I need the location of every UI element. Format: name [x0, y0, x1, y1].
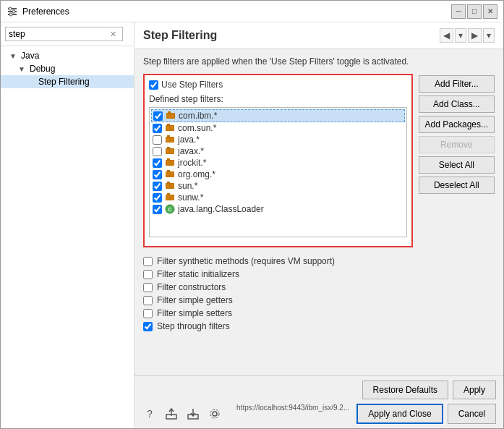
class-icon: C — [165, 204, 175, 214]
help-button[interactable]: ? — [142, 406, 158, 422]
filter-item-com-ibm[interactable]: com.ibm.* — [151, 109, 405, 122]
maximize-button[interactable]: □ — [467, 4, 482, 19]
option-row-static: Filter static initializers — [143, 268, 495, 281]
restore-defaults-button[interactable]: Restore Defaults — [362, 381, 448, 399]
panel-body: Step filters are applied when the 'Use S… — [134, 49, 503, 375]
apply-button[interactable]: Apply — [453, 381, 496, 399]
filter-checkbox-javax[interactable] — [153, 147, 162, 156]
filter-synthetic-label[interactable]: Filter synthetic methods (requires VM su… — [157, 256, 335, 266]
filter-checkbox-jrockit[interactable] — [153, 158, 162, 168]
filter-text-javax: javax.* — [178, 146, 204, 156]
filters-container: Use Step Filters Defined step filters: — [143, 74, 495, 247]
import-button[interactable] — [185, 406, 201, 422]
filter-item-sunw[interactable]: sunw.* — [151, 192, 405, 203]
svg-rect-27 — [167, 170, 170, 172]
tree-view: ▼ Java ▼ Debug Step Filtering — [1, 46, 134, 428]
deselect-all-button[interactable]: Deselect All — [419, 177, 495, 194]
title-bar-controls: ─ □ ✕ — [451, 4, 497, 19]
defined-label: Defined step filters: — [149, 94, 407, 104]
add-packages-button[interactable]: Add Packages... — [419, 116, 495, 133]
sidebar: ✕ ▼ Java ▼ Debug Step Filtering — [1, 22, 134, 428]
expand-icon: ▼ — [9, 52, 18, 60]
close-button[interactable]: ✕ — [483, 4, 497, 19]
add-class-button[interactable]: Add Class... — [419, 95, 495, 113]
svg-rect-23 — [167, 158, 170, 161]
package-icon — [165, 146, 175, 156]
filter-item-org-omg[interactable]: org.omg.* — [151, 169, 405, 180]
filter-text-com-ibm: com.ibm.* — [179, 111, 217, 121]
filter-checkbox-org-omg[interactable] — [153, 170, 162, 179]
filter-text-sunw: sunw.* — [178, 192, 203, 203]
filter-checkbox-com-sun[interactable] — [153, 124, 162, 133]
filter-setters-label[interactable]: Filter simple setters — [157, 308, 232, 318]
filter-item-com-sun[interactable]: com.sun.* — [151, 122, 405, 134]
filter-item-jrockit[interactable]: jrockit.* — [151, 157, 405, 169]
export-button[interactable] — [163, 406, 179, 422]
cancel-button[interactable]: Cancel — [448, 404, 496, 424]
forward-button[interactable]: ▶ — [468, 28, 482, 43]
filter-item-classloader[interactable]: C java.lang.ClassLoader — [151, 203, 405, 215]
filter-getters-label[interactable]: Filter simple getters — [157, 295, 233, 305]
filter-synthetic-checkbox[interactable] — [143, 257, 153, 266]
expand-icon: ▼ — [18, 65, 27, 73]
settings-button[interactable] — [207, 406, 223, 422]
add-filter-button[interactable]: Add Filter... — [419, 75, 495, 93]
filter-list: com.ibm.* — [149, 107, 407, 237]
bottom-bar: Restore Defaults Apply ? — [134, 375, 503, 428]
filter-static-label[interactable]: Filter static initializers — [157, 269, 239, 279]
search-input[interactable] — [5, 27, 123, 41]
package-icon — [165, 135, 175, 145]
bottom-row-1: Restore Defaults Apply — [142, 381, 496, 399]
filter-static-checkbox[interactable] — [143, 270, 153, 279]
filter-constructors-checkbox[interactable] — [143, 283, 153, 292]
package-icon — [165, 181, 175, 191]
forward-dropdown-button[interactable]: ▾ — [483, 28, 495, 43]
option-row-setters: Filter simple setters — [143, 307, 495, 320]
use-step-filters-label[interactable]: Use Step Filters — [161, 80, 223, 90]
package-icon — [165, 169, 175, 179]
minimize-button[interactable]: ─ — [451, 4, 466, 19]
svg-rect-19 — [167, 147, 170, 149]
title-bar-left: Preferences — [7, 6, 69, 17]
back-button[interactable]: ◀ — [440, 28, 453, 43]
svg-rect-31 — [167, 182, 170, 184]
sidebar-item-label: Step Filtering — [38, 77, 90, 87]
search-clear-icon[interactable]: ✕ — [110, 30, 116, 39]
filter-item-sun[interactable]: sun.* — [151, 180, 405, 192]
svg-rect-15 — [167, 135, 170, 137]
filter-checkbox-java[interactable] — [153, 135, 162, 145]
filter-constructors-label[interactable]: Filter constructors — [157, 282, 226, 292]
apply-and-close-button[interactable]: Apply and Close — [356, 404, 443, 424]
filter-checkbox-classloader[interactable] — [153, 205, 162, 214]
svg-point-5 — [9, 13, 12, 16]
settings-icon — [208, 407, 221, 420]
filter-text-sun: sun.* — [178, 181, 197, 191]
back-dropdown-button[interactable]: ▾ — [455, 28, 466, 43]
sidebar-item-step-filtering[interactable]: Step Filtering — [1, 75, 134, 88]
step-through-checkbox[interactable] — [143, 322, 153, 331]
option-row-synthetic: Filter synthetic methods (requires VM su… — [143, 255, 495, 268]
filter-text-org-omg: org.omg.* — [178, 169, 215, 179]
use-step-filters-checkbox[interactable] — [149, 80, 158, 90]
preferences-icon — [7, 6, 18, 17]
svg-rect-35 — [167, 193, 170, 195]
panel-header: Step Filtering ◀ ▾ ▶ ▾ — [134, 22, 503, 49]
filter-getters-checkbox[interactable] — [143, 296, 153, 305]
export-icon — [165, 407, 178, 420]
filter-checkbox-sunw[interactable] — [153, 193, 162, 203]
filter-checkbox-com-ibm[interactable] — [153, 111, 163, 121]
filter-checkbox-sun[interactable] — [153, 182, 162, 191]
step-through-label[interactable]: Step through filters — [157, 321, 230, 331]
filter-item-java[interactable]: java.* — [151, 134, 405, 145]
select-all-button[interactable]: Select All — [419, 156, 495, 174]
filter-item-javax[interactable]: javax.* — [151, 145, 405, 157]
filter-setters-checkbox[interactable] — [143, 309, 153, 318]
remove-button[interactable]: Remove — [419, 136, 495, 153]
option-row-constructors: Filter constructors — [143, 281, 495, 294]
sidebar-item-label: Debug — [30, 64, 55, 74]
package-icon — [165, 123, 175, 133]
right-panel: Step Filtering ◀ ▾ ▶ ▾ Step filters are … — [134, 22, 503, 428]
sidebar-item-java[interactable]: ▼ Java — [1, 49, 134, 62]
description-text: Step filters are applied when the 'Use S… — [143, 56, 495, 67]
sidebar-item-debug[interactable]: ▼ Debug — [1, 62, 134, 75]
